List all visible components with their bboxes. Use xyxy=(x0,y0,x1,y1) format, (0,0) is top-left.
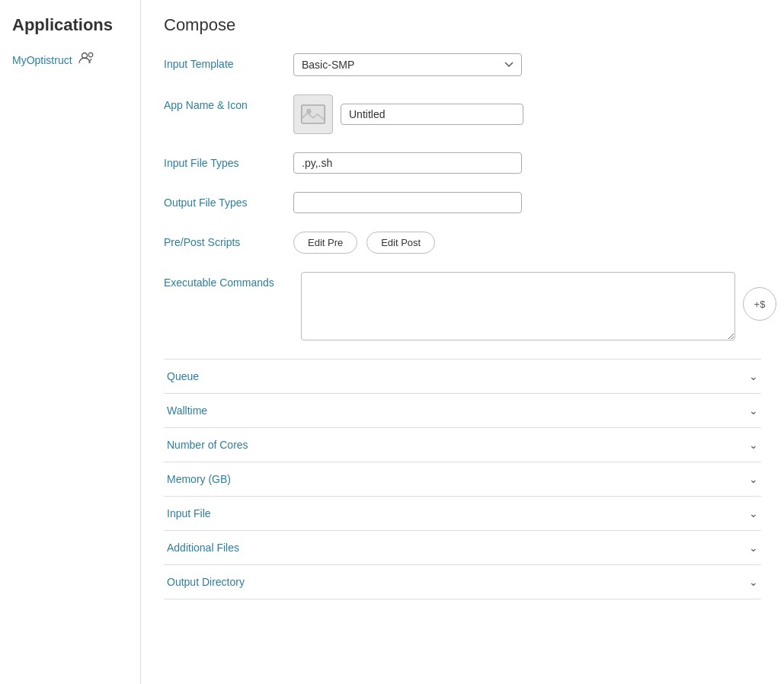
accordion-queue: Queue ⌄ xyxy=(164,359,761,393)
sidebar-title: Applications xyxy=(0,9,140,47)
app-name-icon-control: Untitled xyxy=(293,94,761,134)
accordion-additional-files-header[interactable]: Additional Files ⌄ xyxy=(164,531,761,564)
input-template-row: Input Template Basic-SMP xyxy=(164,53,761,76)
input-template-select[interactable]: Basic-SMP xyxy=(293,53,522,76)
pre-post-scripts-row: Pre/Post Scripts Edit Pre Edit Post xyxy=(164,232,761,254)
output-file-types-control xyxy=(293,192,761,213)
accordion-cores-header[interactable]: Number of Cores ⌄ xyxy=(164,428,761,462)
page-title: Compose xyxy=(164,15,761,35)
accordion-walltime-header[interactable]: Walltime ⌄ xyxy=(164,394,761,427)
svg-rect-2 xyxy=(302,105,325,123)
accordion-walltime: Walltime ⌄ xyxy=(164,393,761,427)
main-content: Compose Input Template Basic-SMP App Nam… xyxy=(141,0,784,684)
output-file-types-row: Output File Types xyxy=(164,192,761,213)
input-file-types-row: Input File Types xyxy=(164,152,761,174)
executable-commands-label: Executable Commands xyxy=(164,272,293,289)
image-icon xyxy=(301,102,325,126)
app-name-row: Untitled xyxy=(293,94,761,134)
chevron-down-icon: ⌄ xyxy=(749,404,758,417)
chevron-down-icon: ⌄ xyxy=(749,576,758,588)
input-file-types-label: Input File Types xyxy=(164,152,293,169)
accordion-memory-header[interactable]: Memory (GB) ⌄ xyxy=(164,462,761,496)
app-icon-placeholder[interactable] xyxy=(293,94,333,134)
accordion-additional-files-label: Additional Files xyxy=(167,542,239,554)
accordion-cores-label: Number of Cores xyxy=(167,439,248,451)
executable-commands-control: +$ xyxy=(301,272,776,340)
chevron-down-icon: ⌄ xyxy=(749,473,758,485)
edit-pre-button[interactable]: Edit Pre xyxy=(293,232,357,254)
accordion-cores: Number of Cores ⌄ xyxy=(164,427,761,462)
chevron-down-icon: ⌄ xyxy=(749,370,758,382)
accordion-memory: Memory (GB) ⌄ xyxy=(164,462,761,496)
sidebar: Applications MyOptistruct xyxy=(0,0,141,684)
accordion-output-directory-label: Output Directory xyxy=(167,576,245,588)
accordion-output-directory: Output Directory ⌄ xyxy=(164,564,761,599)
input-template-control: Basic-SMP xyxy=(293,53,761,76)
sidebar-user-name: MyOptistruct xyxy=(12,54,72,66)
accordion-input-file: Input File ⌄ xyxy=(164,496,761,530)
executable-commands-textarea[interactable] xyxy=(301,272,735,340)
chevron-down-icon: ⌄ xyxy=(749,439,758,451)
input-file-types-input[interactable] xyxy=(293,152,522,174)
pre-post-scripts-control: Edit Pre Edit Post xyxy=(293,232,761,254)
input-template-label: Input Template xyxy=(164,53,293,70)
users-icon xyxy=(78,52,95,68)
output-file-types-label: Output File Types xyxy=(164,192,293,209)
app-name-icon-label: App Name & Icon xyxy=(164,94,293,111)
accordion-additional-files: Additional Files ⌄ xyxy=(164,530,761,564)
accordion-container: Queue ⌄ Walltime ⌄ Number of Cores ⌄ Mem… xyxy=(164,359,761,599)
chevron-down-icon: ⌄ xyxy=(749,507,758,519)
pre-post-scripts-label: Pre/Post Scripts xyxy=(164,232,293,248)
accordion-input-file-header[interactable]: Input File ⌄ xyxy=(164,497,761,530)
app-name-icon-row: App Name & Icon Untitled xyxy=(164,94,761,134)
accordion-input-file-label: Input File xyxy=(167,507,211,519)
accordion-queue-header[interactable]: Queue ⌄ xyxy=(164,360,761,393)
accordion-memory-label: Memory (GB) xyxy=(167,473,231,485)
app-name-input[interactable]: Untitled xyxy=(341,104,523,125)
accordion-queue-label: Queue xyxy=(167,370,199,382)
edit-post-button[interactable]: Edit Post xyxy=(366,232,435,254)
chevron-down-icon: ⌄ xyxy=(749,542,758,554)
add-variable-button[interactable]: +$ xyxy=(743,287,776,321)
input-file-types-control xyxy=(293,152,761,174)
executable-commands-row: Executable Commands +$ xyxy=(164,272,761,340)
sidebar-user-item[interactable]: MyOptistruct xyxy=(0,47,140,72)
accordion-output-directory-header[interactable]: Output Directory ⌄ xyxy=(164,565,761,599)
accordion-walltime-label: Walltime xyxy=(167,404,207,417)
output-file-types-input[interactable] xyxy=(293,192,522,213)
svg-point-1 xyxy=(88,53,93,57)
